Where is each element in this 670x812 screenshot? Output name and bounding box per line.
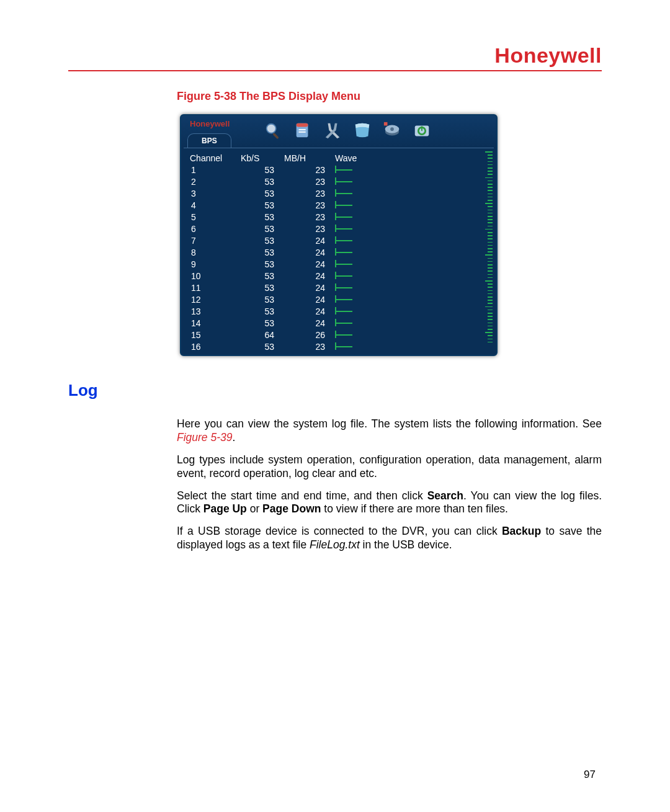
page-header: Honeywell xyxy=(68,43,602,68)
cell-wave xyxy=(333,317,490,329)
section-title: Log xyxy=(68,381,602,400)
cell-channel: 2 xyxy=(187,176,238,187)
bps-tab[interactable]: BPS xyxy=(187,133,231,148)
cell-channel: 11 xyxy=(187,282,238,293)
cell-wave xyxy=(333,329,490,341)
cell-channel: 4 xyxy=(187,199,238,211)
tools-icon[interactable] xyxy=(321,119,344,141)
p4-a: If a USB storage device is connected to … xyxy=(177,525,502,537)
cell-kbs: 53 xyxy=(238,258,282,270)
cell-wave xyxy=(333,246,490,258)
table-row: 35323 xyxy=(187,187,490,199)
cell-mbh: 23 xyxy=(282,223,333,234)
cell-wave xyxy=(333,293,490,305)
search-icon[interactable] xyxy=(262,119,284,141)
cell-wave xyxy=(333,341,490,352)
table-row: 165323 xyxy=(187,341,490,352)
table-row: 25323 xyxy=(187,176,490,187)
figure-ref: Figure 5-39 xyxy=(177,431,233,444)
cell-kbs: 53 xyxy=(238,199,282,211)
cell-wave xyxy=(333,223,490,234)
cell-mbh: 24 xyxy=(282,293,333,305)
cell-wave xyxy=(333,234,490,246)
table-row: 156426 xyxy=(187,329,490,341)
cell-channel: 3 xyxy=(187,187,238,199)
wave-scale xyxy=(486,151,493,351)
svg-rect-1 xyxy=(272,133,279,140)
cell-mbh: 26 xyxy=(282,329,333,341)
screenshot-brand: Honeywell xyxy=(190,119,230,128)
cell-wave xyxy=(333,164,490,176)
cell-kbs: 53 xyxy=(238,187,282,199)
table-row: 95324 xyxy=(187,258,490,270)
cell-mbh: 23 xyxy=(282,164,333,176)
col-mbh: MB/H xyxy=(282,152,333,164)
log-icon[interactable] xyxy=(292,119,314,141)
bps-table: Channel Kb/S MB/H Wave 15323253233532345… xyxy=(187,152,490,352)
cell-mbh: 23 xyxy=(282,187,333,199)
cell-channel: 16 xyxy=(187,341,238,352)
cell-channel: 10 xyxy=(187,270,238,282)
col-kbs: Kb/S xyxy=(238,152,282,164)
cell-wave xyxy=(333,282,490,293)
figure-caption: Figure 5-38 The BPS Display Menu xyxy=(177,90,602,103)
table-row: 85324 xyxy=(187,246,490,258)
cell-kbs: 53 xyxy=(238,223,282,234)
search-bold: Search xyxy=(427,489,463,502)
network-icon[interactable] xyxy=(351,119,373,141)
bps-table-area: Channel Kb/S MB/H Wave 15323253233532345… xyxy=(181,148,496,355)
table-row: 135324 xyxy=(187,305,490,317)
cell-channel: 12 xyxy=(187,293,238,305)
cell-mbh: 24 xyxy=(282,270,333,282)
cell-channel: 1 xyxy=(187,164,238,176)
cell-channel: 14 xyxy=(187,317,238,329)
cell-mbh: 24 xyxy=(282,282,333,293)
svg-rect-4 xyxy=(298,129,305,130)
table-row: 115324 xyxy=(187,282,490,293)
cell-kbs: 53 xyxy=(238,270,282,282)
toolbar xyxy=(262,119,433,141)
header-rule xyxy=(68,70,602,71)
cell-channel: 13 xyxy=(187,305,238,317)
cell-wave xyxy=(333,305,490,317)
cell-mbh: 23 xyxy=(282,211,333,223)
p3-e: or xyxy=(247,502,262,515)
cell-mbh: 24 xyxy=(282,258,333,270)
p3-a: Select the start time and end time, and … xyxy=(177,489,427,502)
pagedown-bold: Page Down xyxy=(262,502,321,515)
svg-rect-12 xyxy=(421,126,422,131)
shutdown-icon[interactable] xyxy=(411,119,433,141)
cell-mbh: 23 xyxy=(282,199,333,211)
table-row: 15323 xyxy=(187,164,490,176)
table-row: 55323 xyxy=(187,211,490,223)
table-row: 75324 xyxy=(187,234,490,246)
cell-kbs: 53 xyxy=(238,305,282,317)
svg-rect-5 xyxy=(298,132,305,133)
table-row: 105324 xyxy=(187,270,490,282)
brand-logo: Honeywell xyxy=(494,43,602,67)
col-channel: Channel xyxy=(187,152,238,164)
cell-channel: 9 xyxy=(187,258,238,270)
table-row: 65323 xyxy=(187,223,490,234)
cell-kbs: 53 xyxy=(238,282,282,293)
cell-kbs: 53 xyxy=(238,317,282,329)
cell-kbs: 53 xyxy=(238,234,282,246)
col-wave: Wave xyxy=(333,152,490,164)
storage-icon[interactable] xyxy=(381,119,403,141)
cell-mbh: 24 xyxy=(282,234,333,246)
file-name: FileLog.txt xyxy=(310,538,360,551)
svg-point-0 xyxy=(267,124,276,133)
table-row: 45323 xyxy=(187,199,490,211)
cell-wave xyxy=(333,270,490,282)
cell-wave xyxy=(333,176,490,187)
table-row: 145324 xyxy=(187,317,490,329)
svg-point-8 xyxy=(390,127,394,131)
p3-g: to view if there are more than ten files… xyxy=(321,502,508,515)
svg-rect-9 xyxy=(384,122,388,126)
cell-kbs: 64 xyxy=(238,329,282,341)
cell-mbh: 24 xyxy=(282,305,333,317)
cell-wave xyxy=(333,199,490,211)
p4-d: in the USB device. xyxy=(360,538,452,551)
cell-mbh: 23 xyxy=(282,341,333,352)
body-text: Here you can view the system log file. T… xyxy=(177,417,602,552)
